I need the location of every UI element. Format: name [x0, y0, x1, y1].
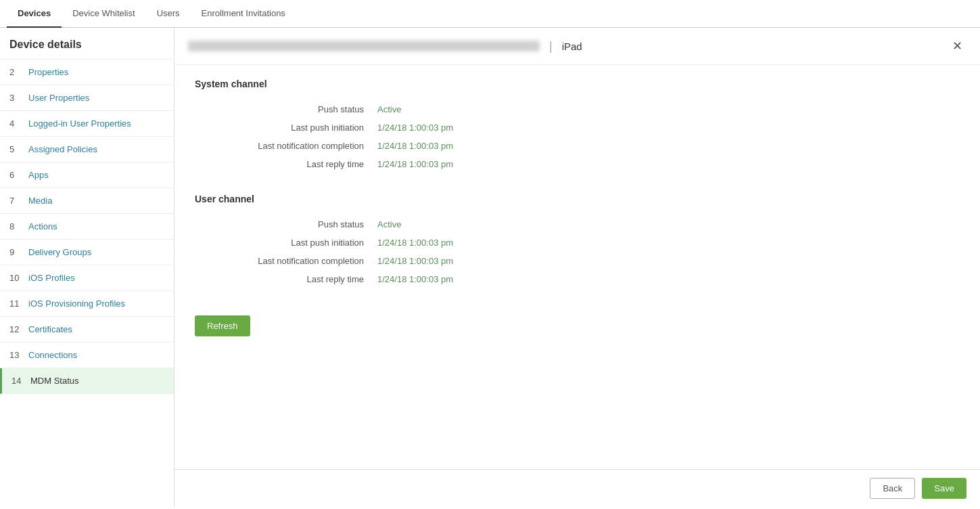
sidebar-item-assigned-policies[interactable]: 5 Assigned Policies — [0, 137, 174, 162]
field-value: Active — [371, 100, 960, 118]
system-channel-section: System channel Push status Active Last p… — [195, 79, 960, 173]
sidebar-header: Device details — [0, 28, 174, 60]
device-title: | iPad — [188, 39, 582, 53]
sidebar-item-ios-provisioning-profiles[interactable]: 11 iOS Provisioning Profiles — [0, 291, 174, 317]
sidebar-item-num: 14 — [11, 376, 25, 386]
table-row: Last notification completion 1/24/18 1:0… — [195, 137, 960, 155]
sidebar-item-label: MDM Status — [30, 376, 79, 386]
sidebar-item-label: iOS Provisioning Profiles — [28, 298, 125, 309]
field-label: Last reply time — [195, 270, 371, 288]
field-value: 1/24/18 1:00:03 pm — [371, 270, 960, 288]
user-channel-table: Push status Active Last push initiation … — [195, 215, 960, 288]
sidebar-item-delivery-groups[interactable]: 9 Delivery Groups — [0, 240, 174, 265]
tab-devices[interactable]: Devices — [7, 0, 62, 28]
save-button[interactable]: Save — [922, 478, 966, 499]
tab-device-whitelist[interactable]: Device Whitelist — [62, 0, 145, 28]
mdm-content: System channel Push status Active Last p… — [174, 65, 980, 469]
sidebar-item-ios-profiles[interactable]: 10 iOS Profiles — [0, 265, 174, 291]
field-label: Last notification completion — [195, 252, 371, 270]
field-value: 1/24/18 1:00:03 pm — [371, 155, 960, 173]
sidebar-item-num: 4 — [9, 118, 23, 129]
refresh-button[interactable]: Refresh — [195, 315, 250, 336]
field-label: Push status — [195, 100, 371, 118]
sidebar-item-label: Connections — [28, 350, 77, 360]
sidebar-item-num: 5 — [9, 144, 23, 154]
table-row: Last push initiation 1/24/18 1:00:03 pm — [195, 234, 960, 252]
field-value: 1/24/18 1:00:03 pm — [371, 252, 960, 270]
close-button[interactable]: ✕ — [948, 37, 966, 55]
sidebar-item-user-properties[interactable]: 3 User Properties — [0, 85, 174, 111]
field-label: Last push initiation — [195, 118, 371, 137]
sidebar-item-properties[interactable]: 2 Properties — [0, 60, 174, 85]
sidebar-item-apps[interactable]: 6 Apps — [0, 162, 174, 188]
sidebar-item-label: iOS Profiles — [28, 273, 75, 283]
table-row: Last push initiation 1/24/18 1:00:03 pm — [195, 118, 960, 137]
field-label: Last push initiation — [195, 234, 371, 252]
top-tabs: Devices Device Whitelist Users Enrollmen… — [0, 0, 980, 28]
sidebar-item-label: Assigned Policies — [28, 144, 97, 154]
sidebar-item-label: Delivery Groups — [28, 247, 91, 257]
sidebar-item-media[interactable]: 7 Media — [0, 188, 174, 214]
field-label: Push status — [195, 215, 371, 234]
device-separator: | — [549, 39, 553, 53]
table-row: Last reply time 1/24/18 1:00:03 pm — [195, 155, 960, 173]
field-value: Active — [371, 215, 960, 234]
field-value: 1/24/18 1:00:03 pm — [371, 118, 960, 137]
device-id-blurred — [188, 41, 540, 51]
sidebar-item-num: 11 — [9, 298, 23, 309]
sidebar-item-label: Apps — [28, 170, 49, 180]
table-row: Push status Active — [195, 100, 960, 118]
user-channel-section: User channel Push status Active Last pus… — [195, 194, 960, 288]
sidebar-item-label: Properties — [28, 67, 68, 77]
device-name: iPad — [562, 41, 582, 52]
table-row: Push status Active — [195, 215, 960, 234]
field-value: 1/24/18 1:00:03 pm — [371, 137, 960, 155]
content-area: | iPad ✕ System channel Push status Acti… — [174, 28, 980, 507]
table-row: Last notification completion 1/24/18 1:0… — [195, 252, 960, 270]
sidebar-item-num: 3 — [9, 93, 23, 103]
sidebar-item-label: Media — [28, 196, 52, 206]
user-channel-title: User channel — [195, 194, 960, 204]
device-header: | iPad ✕ — [174, 28, 980, 65]
sidebar-item-num: 9 — [9, 247, 23, 257]
tab-users[interactable]: Users — [146, 0, 191, 28]
sidebar-item-certificates[interactable]: 12 Certificates — [0, 317, 174, 342]
footer: Back Save — [174, 469, 980, 507]
sidebar-item-label: Logged-in User Properties — [28, 118, 131, 129]
field-value: 1/24/18 1:00:03 pm — [371, 234, 960, 252]
sidebar-item-num: 12 — [9, 324, 23, 334]
field-label: Last notification completion — [195, 137, 371, 155]
sidebar-item-connections[interactable]: 13 Connections — [0, 342, 174, 368]
main-layout: Device details 2 Properties 3 User Prope… — [0, 28, 980, 507]
back-button[interactable]: Back — [870, 478, 915, 499]
sidebar: Device details 2 Properties 3 User Prope… — [0, 28, 174, 507]
sidebar-item-label: Certificates — [28, 324, 72, 334]
sidebar-item-num: 8 — [9, 221, 23, 231]
system-channel-title: System channel — [195, 79, 960, 89]
table-row: Last reply time 1/24/18 1:00:03 pm — [195, 270, 960, 288]
field-label: Last reply time — [195, 155, 371, 173]
sidebar-item-label: User Properties — [28, 93, 89, 103]
sidebar-item-num: 7 — [9, 196, 23, 206]
sidebar-item-num: 10 — [9, 273, 23, 283]
sidebar-item-actions[interactable]: 8 Actions — [0, 214, 174, 240]
sidebar-item-num: 13 — [9, 350, 23, 360]
sidebar-item-num: 2 — [9, 67, 23, 77]
sidebar-item-loggedin-user-properties[interactable]: 4 Logged-in User Properties — [0, 111, 174, 137]
sidebar-item-num: 6 — [9, 170, 23, 180]
sidebar-item-label: Actions — [28, 221, 57, 231]
sidebar-item-mdm-status[interactable]: 14 MDM Status — [0, 368, 174, 394]
system-channel-table: Push status Active Last push initiation … — [195, 100, 960, 173]
tab-enrollment-invitations[interactable]: Enrollment Invitations — [191, 0, 296, 28]
